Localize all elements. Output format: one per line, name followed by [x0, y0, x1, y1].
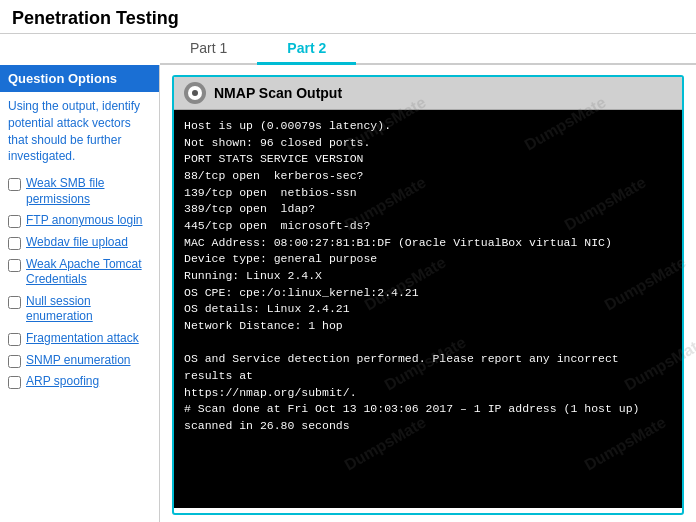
scan-box-header: NMAP Scan Output: [174, 77, 682, 110]
checkbox-opt3[interactable]: [8, 237, 21, 250]
checkbox-opt6[interactable]: [8, 333, 21, 346]
checkbox-opt2[interactable]: [8, 215, 21, 228]
option-label-opt1: Weak SMB file permissions: [26, 176, 151, 207]
nmap-icon: [184, 82, 206, 104]
sidebar-option-opt1[interactable]: Weak SMB file permissions: [0, 173, 159, 210]
sidebar-option-opt4[interactable]: Weak Apache Tomcat Credentials: [0, 254, 159, 291]
tab-part2[interactable]: Part 2: [257, 34, 356, 65]
option-label-opt7: SNMP enumeration: [26, 353, 131, 369]
scan-title: NMAP Scan Output: [214, 85, 342, 101]
header: Penetration Testing: [0, 0, 696, 34]
checkbox-opt7[interactable]: [8, 355, 21, 368]
sidebar-options: Weak SMB file permissionsFTP anonymous l…: [0, 169, 159, 397]
checkbox-opt8[interactable]: [8, 376, 21, 389]
checkbox-opt4[interactable]: [8, 259, 21, 272]
option-label-opt2: FTP anonymous login: [26, 213, 143, 229]
sidebar-instruction: Using the output, identify potential att…: [0, 92, 159, 169]
sidebar-option-opt7[interactable]: SNMP enumeration: [0, 350, 159, 372]
content-area: DumpsMateDumpsMateDumpsMateDumpsMateDump…: [160, 65, 696, 522]
tabs-bar: Part 1 Part 2: [160, 34, 696, 65]
scan-box: NMAP Scan Output Host is up (0.00079s la…: [172, 75, 684, 515]
sidebar-option-opt6[interactable]: Fragmentation attack: [0, 328, 159, 350]
option-label-opt4: Weak Apache Tomcat Credentials: [26, 257, 151, 288]
option-label-opt5: Null session enumeration: [26, 294, 151, 325]
sidebar-option-opt2[interactable]: FTP anonymous login: [0, 210, 159, 232]
option-label-opt8: ARP spoofing: [26, 374, 99, 390]
tab-part1[interactable]: Part 1: [160, 34, 257, 65]
sidebar-option-opt5[interactable]: Null session enumeration: [0, 291, 159, 328]
sidebar-title: Question Options: [0, 65, 159, 92]
option-label-opt6: Fragmentation attack: [26, 331, 139, 347]
checkbox-opt1[interactable]: [8, 178, 21, 191]
checkbox-opt5[interactable]: [8, 296, 21, 309]
page-title: Penetration Testing: [12, 8, 684, 29]
sidebar: Question Options Using the output, ident…: [0, 65, 160, 522]
option-label-opt3: Webdav file upload: [26, 235, 128, 251]
sidebar-option-opt8[interactable]: ARP spoofing: [0, 371, 159, 393]
scan-content: Host is up (0.00079s latency). Not shown…: [174, 110, 682, 508]
main-layout: Question Options Using the output, ident…: [0, 65, 696, 522]
sidebar-option-opt3[interactable]: Webdav file upload: [0, 232, 159, 254]
